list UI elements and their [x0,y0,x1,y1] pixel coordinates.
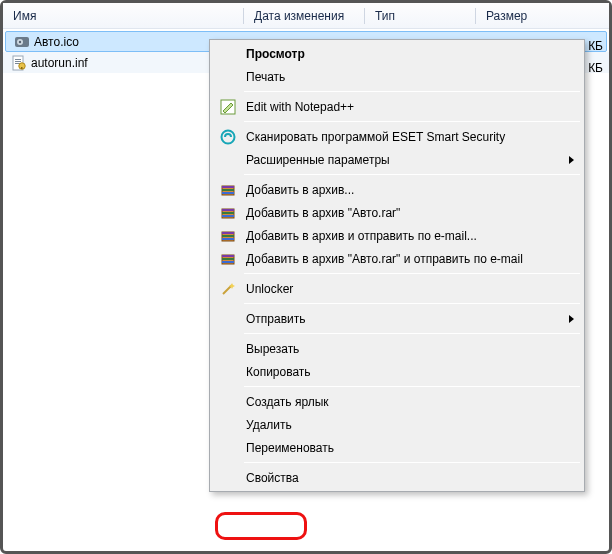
blank-icon [216,150,240,170]
svg-rect-24 [222,255,234,257]
menu-separator [244,91,580,92]
blank-icon [216,309,240,329]
menu-send-to[interactable]: Отправить [212,307,582,330]
menu-unlocker[interactable]: Unlocker [212,277,582,300]
menu-separator [244,386,580,387]
menu-rar-add-named[interactable]: Добавить в архив "Авто.rar" [212,201,582,224]
size-suffix: КБ [588,39,603,53]
svg-rect-13 [222,189,234,191]
svg-rect-16 [222,209,234,211]
unlocker-wand-icon [216,279,240,299]
file-name: autorun.inf [31,56,88,70]
blank-icon [216,392,240,412]
blank-icon [216,468,240,488]
svg-rect-20 [222,232,234,234]
svg-rect-14 [222,192,234,194]
menu-rename[interactable]: Переименовать [212,436,582,459]
svg-rect-17 [222,212,234,214]
menu-create-shortcut[interactable]: Создать ярлык [212,390,582,413]
menu-edit-notepadpp[interactable]: Edit with Notepad++ [212,95,582,118]
column-header-name[interactable]: Имя [3,5,243,27]
menu-delete[interactable]: Удалить [212,413,582,436]
menu-view[interactable]: Просмотр [212,42,582,65]
notepadpp-icon [216,97,240,117]
menu-eset-scan[interactable]: Сканировать программой ESET Smart Securi… [212,125,582,148]
menu-rar-email[interactable]: Добавить в архив и отправить по e-mail..… [212,224,582,247]
winrar-icon [216,203,240,223]
svg-point-2 [19,40,21,42]
blank-icon [216,362,240,382]
menu-separator [244,303,580,304]
size-suffix: КБ [588,61,603,75]
svg-rect-22 [222,238,234,240]
column-header-type[interactable]: Тип [365,5,475,27]
menu-copy[interactable]: Копировать [212,360,582,383]
menu-advanced-params[interactable]: Расширенные параметры [212,148,582,171]
menu-separator [244,273,580,274]
winrar-icon [216,226,240,246]
ico-file-icon [14,34,30,50]
svg-rect-12 [222,186,234,188]
menu-separator [244,462,580,463]
blank-icon [216,67,240,87]
inf-file-icon [11,55,27,71]
svg-rect-8 [21,67,23,69]
svg-rect-21 [222,235,234,237]
blank-icon [216,415,240,435]
winrar-icon [216,180,240,200]
menu-properties[interactable]: Свойства [212,466,582,489]
column-header-bar: Имя Дата изменения Тип Размер [3,3,609,29]
chevron-right-icon [569,156,574,164]
column-header-date[interactable]: Дата изменения [244,5,364,27]
svg-rect-18 [222,215,234,217]
svg-rect-25 [222,258,234,260]
blank-icon [216,339,240,359]
blank-icon [216,44,240,64]
svg-rect-26 [222,261,234,263]
svg-rect-5 [15,61,21,62]
menu-separator [244,333,580,334]
annotation-highlight [215,512,307,540]
file-name: Авто.ico [34,35,79,49]
chevron-right-icon [569,315,574,323]
winrar-icon [216,249,240,269]
menu-rar-named-email[interactable]: Добавить в архив "Авто.rar" и отправить … [212,247,582,270]
context-menu: Просмотр Печать Edit with Notepad++ Скан… [209,39,585,492]
eset-icon [216,127,240,147]
explorer-window: Имя Дата изменения Тип Размер Авто.ico a… [0,0,612,554]
menu-separator [244,174,580,175]
svg-point-10 [222,130,235,143]
menu-separator [244,121,580,122]
svg-rect-4 [15,59,21,60]
column-header-size[interactable]: Размер [476,5,609,27]
blank-icon [216,438,240,458]
menu-rar-add[interactable]: Добавить в архив... [212,178,582,201]
menu-print[interactable]: Печать [212,65,582,88]
menu-cut[interactable]: Вырезать [212,337,582,360]
